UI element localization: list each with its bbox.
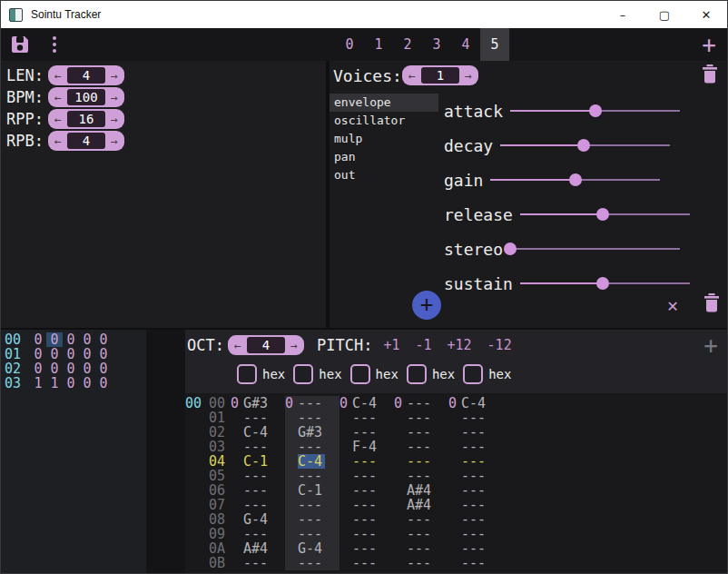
tab-3[interactable]: 3 (422, 28, 451, 61)
note-cell[interactable]: C-4 (243, 425, 271, 440)
order-cell[interactable]: 0 (63, 376, 79, 391)
add-unit-button[interactable]: + (412, 291, 441, 320)
note-cell[interactable]: A#4 (243, 541, 271, 556)
order-cell[interactable]: 0 (79, 376, 95, 391)
note-cell[interactable]: C-1 (298, 483, 325, 498)
order-cell[interactable]: 0 (95, 361, 112, 376)
order-cell[interactable]: 0 (63, 361, 79, 376)
hex-checkbox-5[interactable] (463, 364, 483, 384)
octave-stepper-increment[interactable]: → (287, 339, 301, 352)
save-button[interactable] (10, 35, 30, 54)
note-cell[interactable]: --- (461, 425, 488, 440)
order-cell[interactable]: 1 (30, 376, 46, 391)
note-cell[interactable]: --- (243, 411, 271, 425)
hex-checkbox-3[interactable] (350, 364, 370, 384)
len-stepper-increment[interactable]: → (107, 69, 122, 83)
bpm-stepper-decrement[interactable]: ← (51, 91, 65, 104)
add-instrument-button[interactable]: + (702, 30, 716, 59)
order-cell[interactable]: 0 (79, 347, 95, 361)
len-stepper-decrement[interactable]: ← (51, 69, 65, 83)
add-track-button[interactable]: + (703, 332, 718, 359)
tab-0[interactable]: 0 (335, 28, 364, 61)
order-cell[interactable]: 0 (46, 361, 63, 376)
note-cell[interactable]: G-4 (298, 541, 325, 556)
order-cell[interactable]: 0 (95, 376, 112, 391)
delete-unit-icon[interactable]: ✕ (667, 294, 678, 316)
note-cell[interactable]: --- (461, 483, 488, 498)
hex-checkbox-2[interactable] (293, 364, 313, 384)
note-cell[interactable]: --- (461, 440, 488, 454)
note-cell[interactable]: --- (352, 469, 379, 483)
note-cell[interactable]: --- (298, 440, 325, 454)
order-cell[interactable]: 0 (95, 332, 112, 347)
note-cell[interactable]: --- (461, 498, 488, 512)
rpb-stepper-increment[interactable]: → (107, 134, 122, 148)
maximize-button[interactable]: ▢ (644, 1, 685, 28)
slider-thumb[interactable] (569, 173, 582, 186)
note-cell[interactable]: --- (243, 440, 271, 454)
note-cell[interactable]: --- (407, 541, 434, 556)
note-cell[interactable]: --- (352, 512, 379, 527)
pitch-button-+1[interactable]: +1 (383, 337, 399, 353)
note-cell[interactable]: --- (298, 498, 325, 512)
note-cell[interactable]: C-4 (352, 396, 379, 411)
note-cell[interactable]: --- (298, 512, 325, 527)
note-cell[interactable]: --- (352, 411, 379, 425)
note-cell[interactable]: A#4 (407, 498, 434, 512)
delete-instrument-button[interactable] (702, 64, 718, 87)
note-cell[interactable]: --- (407, 469, 434, 483)
note-cell[interactable]: --- (407, 440, 434, 454)
voices-stepper-increment[interactable]: → (461, 69, 476, 83)
kebab-menu-icon[interactable] (49, 35, 60, 54)
note-cell[interactable]: --- (407, 425, 434, 440)
unit-item-out[interactable]: out (330, 166, 438, 184)
note-cell[interactable]: C-4 (461, 396, 488, 411)
slider-thumb[interactable] (577, 139, 590, 152)
tab-1[interactable]: 1 (364, 28, 393, 61)
rpb-stepper-decrement[interactable]: ← (51, 134, 65, 148)
note-cell[interactable]: G-4 (243, 512, 271, 527)
close-button[interactable]: ✕ (685, 1, 727, 28)
note-cell[interactable]: --- (461, 411, 488, 425)
order-cell[interactable]: 0 (46, 347, 63, 361)
param-slider-sustain[interactable] (520, 277, 690, 290)
note-cell[interactable]: --- (243, 527, 271, 541)
order-cell[interactable]: 0 (30, 361, 46, 376)
order-cell[interactable]: 0 (30, 347, 46, 361)
note-cell[interactable]: --- (298, 411, 325, 425)
order-cell[interactable]: 0 (46, 332, 63, 347)
slider-thumb[interactable] (589, 104, 602, 117)
note-cell[interactable]: --- (352, 483, 379, 498)
note-cell[interactable]: --- (352, 498, 379, 512)
param-slider-stereo[interactable] (510, 242, 680, 255)
param-slider-attack[interactable] (510, 104, 680, 117)
bpm-stepper-increment[interactable]: → (107, 91, 122, 104)
pitch-button--1[interactable]: -1 (415, 337, 431, 353)
note-cell[interactable]: --- (461, 556, 488, 570)
note-cell[interactable]: --- (298, 556, 325, 570)
rpp-stepper-decrement[interactable]: ← (51, 113, 65, 126)
note-cell[interactable]: --- (352, 425, 379, 440)
slider-thumb[interactable] (596, 208, 609, 221)
hex-checkbox-1[interactable] (237, 364, 257, 384)
note-cell[interactable]: --- (407, 396, 434, 411)
note-cell[interactable]: A#4 (407, 483, 434, 498)
order-cell[interactable]: 1 (46, 376, 63, 391)
note-cell[interactable]: --- (461, 469, 488, 483)
order-cell[interactable]: 0 (79, 361, 95, 376)
minimize-button[interactable]: – (602, 1, 644, 28)
note-cell[interactable]: --- (461, 541, 488, 556)
note-cell[interactable]: --- (352, 527, 379, 541)
order-cell[interactable]: 0 (30, 332, 46, 347)
note-cell[interactable]: G#3 (298, 425, 325, 440)
note-cell[interactable]: F-4 (352, 440, 379, 454)
note-cell[interactable]: --- (461, 512, 488, 527)
note-cell[interactable]: --- (298, 396, 325, 411)
delete-unit-trash-button[interactable] (703, 293, 720, 316)
rpp-stepper-increment[interactable]: → (107, 113, 122, 126)
voices-stepper-decrement[interactable]: ← (405, 69, 419, 83)
order-cell[interactable]: 0 (63, 332, 79, 347)
param-slider-gain[interactable] (490, 173, 660, 186)
slider-thumb[interactable] (596, 277, 609, 290)
note-cell[interactable]: --- (407, 556, 434, 570)
